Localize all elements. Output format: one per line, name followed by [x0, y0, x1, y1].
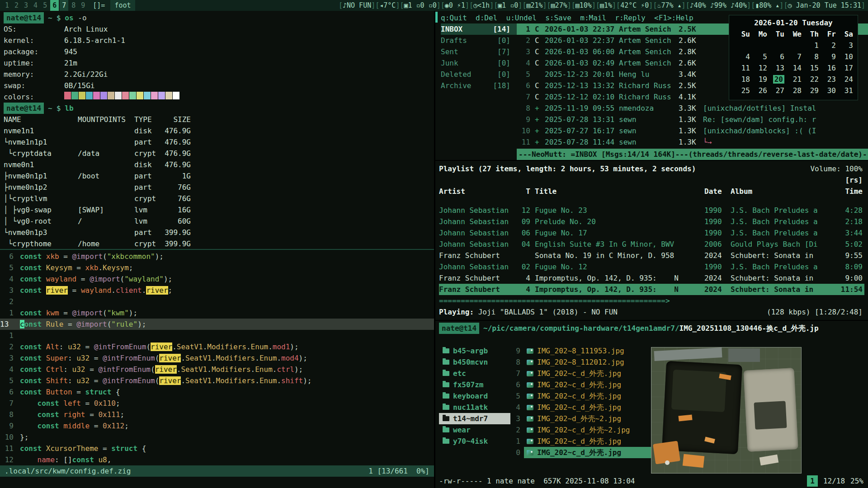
workspace-tag-8[interactable]: 8 — [69, 0, 78, 11]
code-line: 4const wayland = @import("wayland"); — [0, 273, 434, 285]
file-item[interactable]: 9IMG_202~8_111953.jpg — [510, 345, 660, 357]
file-item[interactable]: 8IMG_202~8_112012.jpg — [510, 357, 660, 368]
lsblk-row: └nvme1n1p1part476.9G — [4, 136, 434, 148]
calendar-day: 30 — [819, 85, 836, 96]
status-module: [▤21%] — [522, 0, 547, 11]
folder-icon — [443, 371, 449, 376]
workspace-tag-9[interactable]: 9 — [79, 0, 87, 11]
status-bar: 123456789 []= foot [♪NO FUN][◂7°C][▣1 ▫0… — [0, 0, 868, 11]
playlist-row[interactable]: Johann Sebastian06Fugue No. 171990J.S. B… — [439, 227, 864, 239]
line-number: 3 — [0, 352, 14, 364]
mailbox-item-deleted[interactable]: Deleted[0] — [441, 69, 517, 80]
directory-item[interactable]: b450mcvn — [439, 357, 510, 368]
directory-item[interactable]: b45~argb — [439, 345, 510, 357]
line-number: 1 — [0, 330, 14, 341]
directory-item[interactable]: y70~4isk — [439, 436, 510, 447]
workspace-tag-1[interactable]: 1 — [3, 0, 11, 11]
status-modules: [♪NO FUN][◂7°C][▣1 ▫0 ▫0][◉0 ⚡1][◷<1h][▣… — [339, 0, 865, 11]
mailbox-item-junk[interactable]: Junk[0] — [441, 57, 517, 69]
directory-item[interactable]: wear — [439, 424, 510, 436]
file-item[interactable]: 1IMG_202~c_d_外壳.jpg — [510, 436, 660, 447]
directory-item[interactable]: fx507zm — [439, 379, 510, 390]
color-swatch — [64, 92, 71, 99]
line-number: 4 — [0, 364, 14, 375]
col-artist: Artist — [439, 186, 513, 197]
workspace-tag-4[interactable]: 4 — [31, 0, 40, 11]
line-number: 3 — [0, 285, 14, 296]
file-item[interactable]: 3IMG_202~d_外壳~2.jpg — [510, 413, 660, 424]
file-item[interactable]: 4IMG_202~c_d_外壳.jpg — [510, 402, 660, 413]
mutt-statusbar: ---NeoMutt: =INBOX [Msgs:14/14 164K]---(… — [517, 149, 868, 160]
mailbox-item-inbox[interactable]: INBOX[14] — [441, 23, 517, 35]
file-item[interactable]: 2IMG_202~c_d_外壳~2.jpg — [510, 424, 660, 436]
workspace-tag-7[interactable]: 7 — [60, 0, 68, 11]
mailbox-item-sent[interactable]: Sent[7] — [441, 46, 517, 57]
lsblk-row: └crypthome/homecrypt399.9G — [4, 238, 434, 249]
file-item[interactable]: 0IMG_202~c_d_外壳.jpg — [510, 447, 660, 458]
folder-icon — [443, 427, 449, 432]
file-index: 8 — [510, 357, 520, 368]
prompt-user-badge: nate@t14 — [4, 12, 44, 23]
workspace-tag-6[interactable]: 6 — [50, 0, 59, 11]
playlist-row[interactable]: Johann Sebastian04English Suite #3 In G … — [439, 239, 864, 250]
file-item[interactable]: 6IMG_202~c_d_外壳.jpg — [510, 379, 660, 390]
line-number: 13 — [0, 319, 14, 330]
code-line: 2const Alt: u32 = @intFromEnum(river.Sea… — [0, 341, 434, 352]
color-palette — [64, 91, 180, 103]
file-index: 6 — [510, 379, 520, 390]
image-file-icon — [527, 405, 533, 410]
calendar-day: 20 — [767, 74, 784, 85]
file-list: 9IMG_202~8_111953.jpg8IMG_202~8_112012.j… — [510, 345, 660, 458]
directory-item[interactable]: nuc11atk — [439, 402, 510, 413]
prompt-cwd: ~ — [48, 12, 52, 23]
email-row[interactable]: 11+2025-07-2811:44sewn1.3K└→ — [517, 136, 868, 148]
code-line: 6const xkb = @import("xkbcommon"); — [0, 251, 434, 262]
color-swatch — [158, 92, 165, 99]
email-row[interactable]: 9+2025-07-2813:31sewn1.3KRe: [sewn/dam] … — [517, 114, 868, 125]
workspace-tag-5[interactable]: 5 — [41, 0, 49, 11]
calendar-day: 24 — [836, 74, 853, 85]
seek-bar[interactable]: ========================================… — [439, 295, 864, 306]
line-number: 6 — [0, 386, 14, 398]
color-swatch — [71, 92, 78, 99]
directory-item[interactable]: keyboard — [439, 390, 510, 402]
lsblk-row: │ └vg0-root/lvm60G — [4, 216, 434, 227]
playlist-row[interactable]: Johann Sebastian09Prelude No. 201990J.S.… — [439, 216, 864, 227]
image-file-icon — [527, 360, 533, 365]
playlist-row[interactable]: Franz Schubert4Impromptus, Op. 142, D. 9… — [439, 272, 864, 284]
file-item[interactable]: 5IMG_202~c_d_外壳.jpg — [510, 390, 660, 402]
directory-item[interactable]: t14~mdr7 — [439, 413, 510, 424]
line-number: 7 — [0, 398, 14, 409]
calendar-popup: 2026-01-20 Tuesday SuMoTuWeThFrSa1234567… — [729, 15, 858, 100]
code-line: 3const river = wayland.client.river; — [0, 285, 434, 296]
calendar-day: 27 — [767, 85, 784, 96]
playlist-row[interactable]: Franz Schubert4Impromptus, Op. 142, D. 9… — [439, 284, 864, 295]
lsblk-row: ├nvme0n1p1/bootpart1G — [4, 170, 434, 182]
layout-symbol[interactable]: []= — [93, 0, 105, 11]
image-file-icon — [527, 348, 533, 354]
playlist-row[interactable]: Johann Sebastian12Fugue No. 231990J.S. B… — [439, 205, 864, 216]
file-item[interactable]: 7IMG_202~c_d_外壳.jpg — [510, 368, 660, 379]
playlist-row[interactable]: Johann Sebastian02Fugue No. 121990J.S. B… — [439, 261, 864, 272]
email-row[interactable]: 10+2025-07-2716:17sewn1.3K[unixchad/damb… — [517, 125, 868, 136]
directory-item[interactable]: etc — [439, 368, 510, 379]
workspace-tag-2[interactable]: 2 — [12, 0, 21, 11]
playlist-row[interactable]: Franz SchubertSonata No. 19 in C Minor, … — [439, 250, 864, 261]
volume-indicator[interactable]: Volume: 100% — [810, 163, 864, 174]
workspace-tags: 123456789 — [3, 0, 87, 11]
command-text: os — [65, 12, 73, 23]
col-date: Date — [704, 186, 726, 197]
prompt-user-badge: nate@t14 — [4, 103, 44, 114]
line-number: 2 — [0, 296, 14, 307]
workspace-tag-3[interactable]: 3 — [22, 0, 30, 11]
code-editor[interactable]: 6const xkb = @import("xkbcommon");5const… — [0, 249, 434, 488]
mailbox-item-drafts[interactable]: Drafts[0] — [441, 35, 517, 46]
calendar-day: 12 — [750, 62, 767, 74]
mailbox-item-archive[interactable]: Archive[18] — [441, 80, 517, 91]
image-file-icon — [527, 382, 533, 388]
status-module: [▤10%] — [571, 0, 596, 11]
calendar-day — [750, 40, 767, 51]
lsblk-row: └cryptdata/datacrypt476.9G — [4, 148, 434, 159]
email-row[interactable]: 8+2025-11-1909:55nmendoza3.3K[unixchad/d… — [517, 103, 868, 114]
file-index: 0 — [510, 447, 520, 458]
